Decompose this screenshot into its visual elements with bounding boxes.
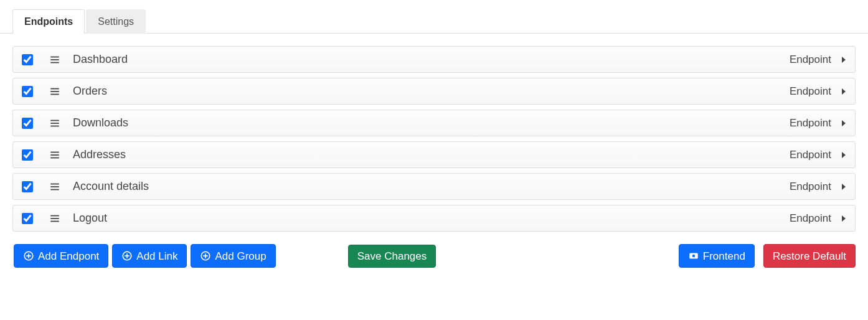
svg-point-34 <box>692 255 696 258</box>
add-link-button[interactable]: Add Link <box>112 244 187 268</box>
row-type-label: Endpoint <box>790 212 831 225</box>
caret-right-icon[interactable] <box>841 88 846 95</box>
svg-marker-7 <box>842 88 846 95</box>
row-checkbox-wrap <box>22 118 33 129</box>
footer-left-group: Add Endpont Add Link Add Group <box>14 244 276 268</box>
add-group-button[interactable]: Add Group <box>191 244 275 268</box>
button-label: Add Endpont <box>38 251 99 261</box>
drag-handle-icon[interactable] <box>49 118 60 129</box>
plus-circle-icon <box>121 250 133 261</box>
row-checkbox-wrap <box>22 54 33 65</box>
row-type-label: Endpoint <box>790 149 831 161</box>
row-checkbox[interactable] <box>22 181 33 192</box>
list-item[interactable]: Account details Endpoint <box>12 173 856 200</box>
list-item[interactable]: Orders Endpoint <box>12 78 856 105</box>
list-item[interactable]: Downloads Endpoint <box>12 110 856 136</box>
list-item[interactable]: Addresses Endpoint <box>12 141 856 168</box>
row-checkbox[interactable] <box>22 86 33 97</box>
svg-marker-3 <box>842 57 846 63</box>
drag-handle-icon[interactable] <box>49 181 60 192</box>
caret-right-icon[interactable] <box>841 56 846 64</box>
row-title: Logout <box>73 212 790 225</box>
drag-handle-icon[interactable] <box>49 149 60 161</box>
save-changes-button[interactable]: Save Changes <box>348 245 436 268</box>
footer-right-group: Frontend Restore Default <box>679 244 856 268</box>
button-label: Restore Default <box>773 251 846 261</box>
drag-handle-icon[interactable] <box>49 54 60 65</box>
button-label: Add Link <box>136 251 177 261</box>
button-label: Frontend <box>703 251 745 261</box>
plus-circle-icon <box>23 250 34 261</box>
row-type-label: Endpoint <box>790 181 831 193</box>
caret-right-icon[interactable] <box>841 215 846 222</box>
drag-handle-icon[interactable] <box>49 86 60 97</box>
row-checkbox[interactable] <box>22 118 33 129</box>
caret-right-icon[interactable] <box>841 183 846 191</box>
list-item[interactable]: Logout Endpoint <box>12 205 856 232</box>
endpoint-list: Dashboard Endpoint Orders Endpoint Downl… <box>0 34 868 232</box>
svg-marker-19 <box>842 184 846 190</box>
tab-settings[interactable]: Settings <box>86 9 146 34</box>
caret-right-icon[interactable] <box>841 151 846 159</box>
tab-endpoints[interactable]: Endpoints <box>12 9 85 34</box>
row-type-label: Endpoint <box>790 85 831 98</box>
row-title: Addresses <box>73 148 790 161</box>
row-type-label: Endpoint <box>790 54 831 66</box>
row-checkbox[interactable] <box>22 54 33 65</box>
button-label: Save Changes <box>357 251 427 261</box>
restore-default-button[interactable]: Restore Default <box>763 244 856 268</box>
footer-actions: Add Endpont Add Link Add Group Save Chan… <box>0 237 868 286</box>
list-item[interactable]: Dashboard Endpoint <box>12 46 856 73</box>
row-type-label: Endpoint <box>790 117 831 129</box>
row-checkbox-wrap <box>22 213 33 224</box>
row-checkbox[interactable] <box>22 149 33 161</box>
eye-icon <box>688 250 699 261</box>
row-title: Downloads <box>73 116 790 129</box>
button-label: Add Group <box>215 251 266 261</box>
row-title: Dashboard <box>73 53 790 66</box>
row-checkbox-wrap <box>22 86 33 97</box>
svg-marker-15 <box>842 152 846 158</box>
row-checkbox-wrap <box>22 181 33 192</box>
plus-circle-icon <box>200 250 211 261</box>
add-endpoint-button[interactable]: Add Endpont <box>14 244 108 268</box>
caret-right-icon[interactable] <box>841 120 846 127</box>
svg-marker-11 <box>842 120 846 126</box>
row-checkbox[interactable] <box>22 213 33 224</box>
row-title: Account details <box>73 180 790 193</box>
row-title: Orders <box>73 85 790 98</box>
svg-marker-23 <box>842 215 846 222</box>
tab-bar: Endpoints Settings <box>0 9 868 34</box>
frontend-button[interactable]: Frontend <box>679 244 755 268</box>
row-checkbox-wrap <box>22 149 33 161</box>
drag-handle-icon[interactable] <box>49 213 60 224</box>
